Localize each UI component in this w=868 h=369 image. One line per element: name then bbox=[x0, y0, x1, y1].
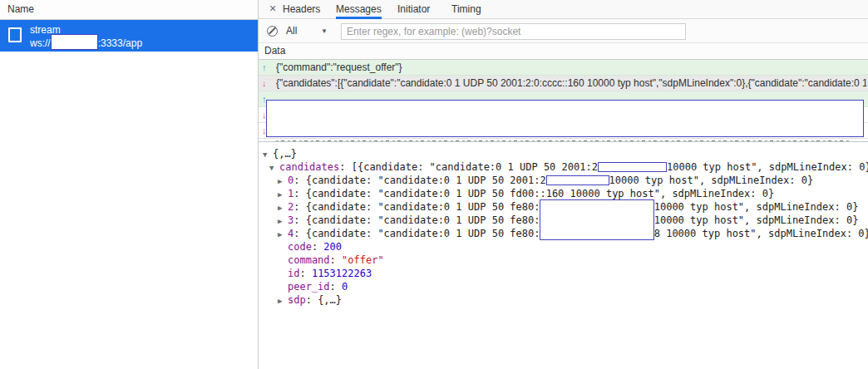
expander-icon[interactable]: ▶ bbox=[278, 188, 288, 201]
data-column-header: Data bbox=[259, 43, 868, 60]
colon: : bbox=[330, 254, 342, 266]
colon: : bbox=[293, 228, 305, 239]
colon: : bbox=[339, 161, 351, 173]
sent-arrow-icon: ↑ bbox=[262, 60, 274, 75]
colon: : bbox=[330, 281, 342, 293]
tree-line-peer-id[interactable]: peer_id: 0 bbox=[259, 280, 868, 293]
array-preview-pre: [{candidate: "candidate:0 1 UDP 50 2001:… bbox=[352, 161, 598, 173]
number-value: 200 bbox=[323, 241, 342, 253]
colon: : bbox=[312, 241, 323, 253]
request-row-stream[interactable]: stream ws://:3333/app bbox=[0, 20, 258, 52]
number-value: 0 bbox=[342, 281, 348, 293]
request-icon bbox=[8, 27, 22, 42]
message-row[interactable]: ↑ {"command":"request_offer"} bbox=[259, 60, 868, 76]
object-preview: {candidate: "candidate:0 1 UDP 50 fd00::… bbox=[306, 188, 775, 199]
devtools-network-panel: Name stream ws://:3333/app × Headers Mes… bbox=[0, 0, 868, 369]
array-preview-post: 10000 typ host", sdpMLineIndex: 0},…] bbox=[667, 161, 868, 173]
clipped-text-sliver bbox=[276, 140, 850, 142]
message-text: {"candidates":[{"candidate":"candidate:0… bbox=[276, 76, 866, 91]
messages-filter-bar: All▼ bbox=[259, 19, 868, 43]
object-preview-post: 10000 typ host", sdpMLineIndex: 0} bbox=[609, 175, 814, 186]
tree-line-root[interactable]: ▼{,…} bbox=[259, 147, 868, 160]
expander-icon[interactable]: ▶ bbox=[278, 175, 288, 188]
received-arrow-icon: ↓ bbox=[262, 76, 274, 91]
tree-line-command[interactable]: command: "offer" bbox=[259, 253, 868, 267]
colon: : bbox=[293, 201, 305, 213]
property-key: peer_id bbox=[288, 281, 330, 293]
colon: : bbox=[306, 294, 318, 306]
object-preview-pre: {candidate: "candidate:0 1 UDP 50 fe80: bbox=[306, 214, 540, 226]
colon: : bbox=[299, 268, 311, 279]
object-preview: {,…} bbox=[318, 294, 342, 306]
message-row[interactable]: ↓ bbox=[259, 139, 868, 142]
property-key: id bbox=[288, 268, 299, 279]
detail-tab-strip: × Headers Messages Initiator Timing bbox=[259, 0, 868, 19]
message-row[interactable]: ↓ {"candidates":[{"candidate":"candidate… bbox=[259, 76, 868, 91]
tree-line-item1[interactable]: ▶1: {candidate: "candidate:0 1 UDP 50 fd… bbox=[259, 187, 868, 200]
string-value: "offer" bbox=[342, 254, 384, 266]
colon: : bbox=[293, 214, 305, 226]
request-detail-panel: × Headers Messages Initiator Timing All▼… bbox=[259, 0, 868, 369]
tree-line-id[interactable]: id: 1153122263 bbox=[259, 267, 868, 280]
request-url-port-path: :3333/app bbox=[98, 37, 142, 49]
message-json-tree: ▼{,…} ▼candidates: [{candidate: "candida… bbox=[259, 143, 868, 369]
expander-icon[interactable]: ▶ bbox=[278, 228, 288, 241]
property-key: code bbox=[288, 241, 312, 253]
redaction-box-inline bbox=[546, 175, 609, 185]
clear-icon[interactable] bbox=[267, 26, 278, 37]
dropdown-selected-label: All bbox=[286, 25, 297, 37]
chevron-down-icon: ▼ bbox=[321, 23, 328, 39]
redaction-box-tree bbox=[540, 199, 653, 240]
object-preview-pre: {candidate: "candidate:0 1 UDP 50 fe80: bbox=[306, 201, 540, 213]
request-url-scheme: ws:// bbox=[30, 37, 51, 49]
regex-filter-input[interactable] bbox=[341, 23, 686, 40]
tree-line-code[interactable]: code: 200 bbox=[259, 240, 868, 253]
object-preview-post: 8 10000 typ host", sdpMLineIndex: 0} bbox=[654, 228, 868, 239]
expander-icon[interactable]: ▶ bbox=[278, 214, 288, 228]
object-preview-pre: {candidate: "candidate:0 1 UDP 50 fe80: bbox=[306, 228, 540, 239]
close-icon[interactable]: × bbox=[264, 0, 282, 18]
name-column-header: Name bbox=[0, 0, 258, 20]
object-preview: {,…} bbox=[273, 148, 297, 160]
colon: : bbox=[293, 175, 305, 186]
redaction-box-host bbox=[51, 34, 98, 50]
expander-icon[interactable]: ▶ bbox=[278, 201, 288, 214]
object-preview-pre: {candidate: "candidate:0 1 UDP 50 2001:2 bbox=[306, 175, 546, 186]
property-key: candidates bbox=[279, 161, 339, 173]
tab-headers[interactable]: Headers bbox=[283, 0, 320, 19]
expander-icon[interactable]: ▼ bbox=[263, 148, 273, 161]
tree-line-item0[interactable]: ▶0: {candidate: "candidate:0 1 UDP 50 20… bbox=[259, 174, 868, 187]
expander-icon[interactable]: ▼ bbox=[269, 161, 279, 175]
message-type-dropdown[interactable]: All▼ bbox=[286, 23, 338, 39]
redaction-box-messages bbox=[266, 100, 864, 137]
property-key: sdp bbox=[288, 294, 306, 306]
object-preview-post: 10000 typ host", sdpMLineIndex: 0} bbox=[654, 201, 859, 213]
expander-icon[interactable]: ▶ bbox=[278, 294, 288, 308]
request-list-panel: Name stream ws://:3333/app bbox=[0, 0, 259, 369]
property-key: command bbox=[288, 254, 330, 266]
tab-messages[interactable]: Messages bbox=[336, 0, 382, 19]
tab-initiator[interactable]: Initiator bbox=[397, 0, 430, 19]
number-value: 1153122263 bbox=[312, 268, 372, 279]
tree-line-sdp[interactable]: ▶sdp: {,…} bbox=[259, 293, 868, 307]
redaction-box-inline bbox=[598, 162, 667, 172]
received-arrow-icon: ↓ bbox=[262, 139, 274, 142]
tree-line-candidates[interactable]: ▼candidates: [{candidate: "candidate:0 1… bbox=[259, 160, 868, 174]
colon: : bbox=[293, 188, 305, 199]
object-preview-post: 10000 typ host", sdpMLineIndex: 0} bbox=[654, 214, 859, 226]
message-text: {"command":"request_offer"} bbox=[276, 60, 866, 75]
tab-timing[interactable]: Timing bbox=[451, 0, 481, 19]
